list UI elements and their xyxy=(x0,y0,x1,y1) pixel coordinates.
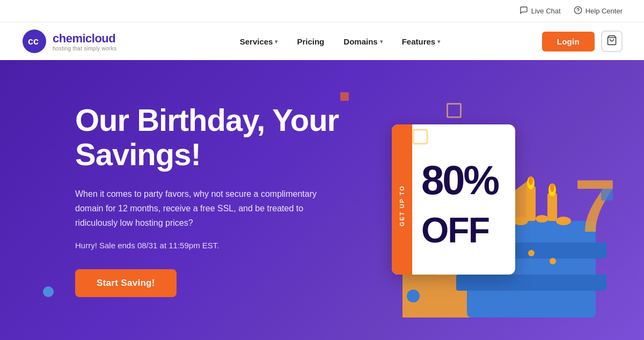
cart-button[interactable] xyxy=(601,31,623,52)
hero-content: Our Birthday, Your Savings! When it come… xyxy=(75,103,354,297)
svg-point-23 xyxy=(529,176,533,185)
login-button[interactable]: Login xyxy=(542,32,595,51)
svg-rect-35 xyxy=(405,124,412,275)
services-chevron-icon: ▾ xyxy=(275,39,277,45)
chat-icon xyxy=(519,6,528,16)
nav-pricing[interactable]: Pricing xyxy=(289,33,332,50)
svg-point-13 xyxy=(556,217,571,225)
help-center-label: Help Center xyxy=(586,7,623,15)
svg-text:OFF: OFF xyxy=(421,210,489,250)
hero-description: When it comes to party favors, why not s… xyxy=(75,187,322,231)
svg-rect-17 xyxy=(547,193,557,221)
svg-point-32 xyxy=(550,258,556,264)
svg-point-11 xyxy=(513,217,528,225)
start-saving-button[interactable]: Start Saving! xyxy=(75,269,177,297)
nav-actions: Login xyxy=(542,31,623,52)
svg-text:80%: 80% xyxy=(421,157,499,203)
main-navbar: cc chemicloud hosting that simply works … xyxy=(0,23,644,60)
svg-rect-27 xyxy=(601,189,613,201)
top-utility-bar: Live Chat Help Center xyxy=(0,0,644,23)
svg-text:cc: cc xyxy=(28,36,39,47)
pricing-label: Pricing xyxy=(297,37,324,46)
features-label: Features xyxy=(402,37,436,46)
help-center-link[interactable]: Help Center xyxy=(574,6,623,16)
logo-text: chemicloud hosting that simply works xyxy=(53,32,116,51)
cart-icon xyxy=(606,35,617,48)
svg-point-28 xyxy=(407,290,420,302)
services-label: Services xyxy=(240,37,273,46)
svg-point-25 xyxy=(550,183,554,192)
features-chevron-icon: ▾ xyxy=(437,39,440,45)
logo-tagline: hosting that simply works xyxy=(53,46,116,51)
svg-rect-16 xyxy=(526,186,536,221)
deco-circle-1 xyxy=(43,286,54,297)
nav-features[interactable]: Features ▾ xyxy=(394,33,448,50)
logo-icon: cc xyxy=(21,28,47,54)
svg-point-12 xyxy=(536,215,548,223)
domains-chevron-icon: ▾ xyxy=(380,39,383,45)
logo[interactable]: cc chemicloud hosting that simply works xyxy=(21,28,116,54)
help-icon xyxy=(574,6,582,16)
logo-name: chemicloud xyxy=(53,32,116,46)
hero-urgency: Hurry! Sale ends 08/31 at 11:59pm EST. xyxy=(75,241,354,250)
svg-point-31 xyxy=(528,250,535,256)
live-chat-link[interactable]: Live Chat xyxy=(519,6,561,16)
live-chat-label: Live Chat xyxy=(531,7,561,15)
nav-services[interactable]: Services ▾ xyxy=(232,33,286,50)
hero-illustration: 7 GET UP T xyxy=(322,60,644,340)
svg-text:7: 7 xyxy=(574,164,616,248)
nav-links: Services ▾ Pricing Domains ▾ Features ▾ xyxy=(138,33,541,50)
domains-label: Domains xyxy=(343,37,377,46)
nav-domains[interactable]: Domains ▾ xyxy=(336,33,390,50)
svg-rect-8 xyxy=(456,275,606,291)
svg-text:GET UP TO: GET UP TO xyxy=(399,185,405,226)
birthday-illustration: 7 GET UP T xyxy=(327,60,639,340)
hero-title: Our Birthday, Your Savings! xyxy=(75,103,354,172)
hero-section: Our Birthday, Your Savings! When it come… xyxy=(0,60,644,340)
